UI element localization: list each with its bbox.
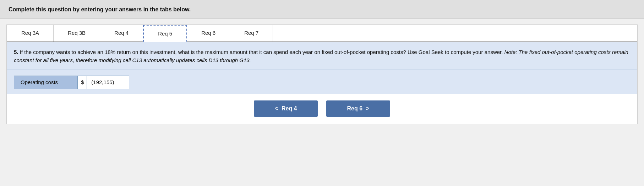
question-number: 5. xyxy=(14,49,18,55)
tabs-row: Req 3A Req 3B Req 4 Req 5 Req 6 Req 7 xyxy=(7,25,637,42)
tab-req5[interactable]: Req 5 xyxy=(143,25,187,42)
instruction-text: Complete this question by entering your … xyxy=(9,6,635,13)
operating-costs-label: Operating costs xyxy=(14,76,78,89)
question-section: 5. If the company wants to achieve an 18… xyxy=(7,42,637,70)
tab-req3b[interactable]: Req 3B xyxy=(54,25,100,42)
prev-label: Req 4 xyxy=(282,105,297,112)
main-content: Req 3A Req 3B Req 4 Req 5 Req 6 Req 7 5.… xyxy=(6,24,638,124)
prev-button[interactable]: < Req 4 xyxy=(254,100,318,117)
question-body: If the company wants to achieve an 18% r… xyxy=(20,49,503,55)
currency-cell: $ xyxy=(78,76,87,89)
next-icon: > xyxy=(366,105,369,112)
prev-icon: < xyxy=(275,105,278,112)
operating-costs-value[interactable]: (192,155) xyxy=(87,76,129,89)
tab-req4[interactable]: Req 4 xyxy=(100,25,143,42)
tab-req6[interactable]: Req 6 xyxy=(187,25,230,42)
next-button[interactable]: Req 6 > xyxy=(326,100,390,117)
page-wrapper: Complete this question by entering your … xyxy=(0,0,644,130)
answer-section: Operating costs $ (192,155) xyxy=(7,70,637,94)
instruction-bar: Complete this question by entering your … xyxy=(0,0,644,19)
nav-buttons: < Req 4 Req 6 > xyxy=(7,94,637,124)
next-label: Req 6 xyxy=(347,105,363,112)
question-text: 5. If the company wants to achieve an 18… xyxy=(14,48,630,65)
tab-req3a[interactable]: Req 3A xyxy=(7,25,54,42)
tab-req7[interactable]: Req 7 xyxy=(230,25,273,42)
